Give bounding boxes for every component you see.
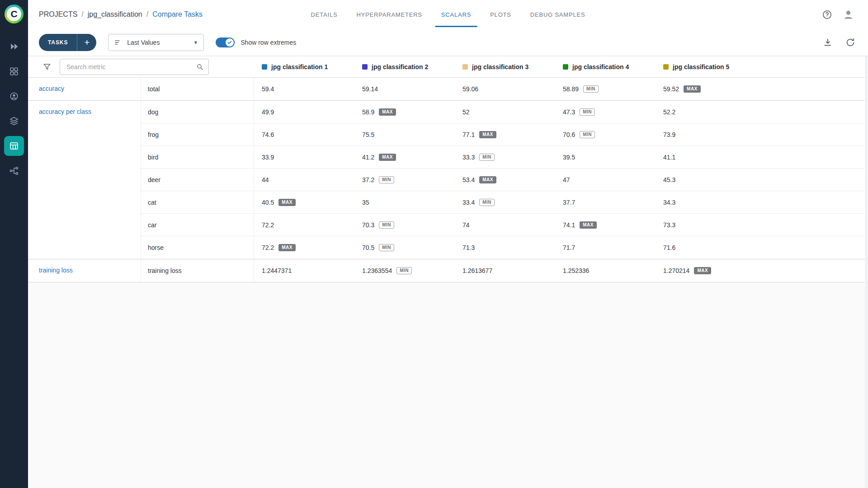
tab-hyperparameters[interactable]: HYPERPARAMETERS [347, 0, 431, 29]
toolbar: TASKS + Last Values ▼ Show row extremes [28, 29, 868, 56]
max-badge: MAX [278, 244, 296, 251]
breadcrumb-current[interactable]: Compare Tasks [152, 10, 203, 19]
clearml-logo[interactable]: C [5, 5, 24, 23]
metric-value: 71.3 [462, 244, 475, 251]
tab-plots[interactable]: PLOTS [481, 0, 521, 29]
value-cell: 71.3 [455, 236, 555, 259]
sidebar-item-getting-started[interactable] [4, 37, 24, 56]
value-cell: 49.9 [254, 101, 354, 123]
max-badge: MAX [379, 154, 396, 161]
min-badge: MIN [379, 221, 394, 229]
metric-value: 33.4 [462, 199, 475, 206]
variant-cell: dog [141, 101, 254, 123]
search-icon[interactable] [196, 63, 204, 71]
metric-value: 59.4 [262, 85, 274, 93]
value-cell: 53.4MAX [455, 169, 555, 191]
metric-value: 33.9 [262, 154, 274, 161]
task-column-header[interactable]: jpg classification 5 [656, 63, 868, 70]
breadcrumb-projects[interactable]: PROJECTS [39, 10, 77, 19]
chevron-down-icon: ▼ [193, 40, 198, 45]
values-mode-dropdown[interactable]: Last Values ▼ [108, 34, 204, 51]
min-badge: MIN [379, 176, 394, 183]
metric-link[interactable]: accuracy [39, 85, 64, 92]
metric-value: 44 [262, 176, 269, 183]
min-badge: MIN [396, 267, 412, 274]
task-column-label: jpg classification 2 [372, 63, 428, 70]
value-cell: 1.252336 [555, 259, 656, 282]
value-cell: 1.2613677 [455, 259, 555, 282]
table-row: training loss1.24473711.2363554MIN1.2613… [141, 259, 868, 282]
search-metric-input[interactable] [66, 63, 196, 71]
value-cell: 74.6 [254, 123, 354, 145]
metric-link[interactable]: training loss [39, 267, 73, 274]
tab-scalars[interactable]: SCALARS [432, 0, 481, 29]
metric-value: 71.7 [563, 244, 575, 251]
metric-value: 39.5 [563, 154, 575, 161]
metric-link[interactable]: accuracy per class [39, 108, 91, 115]
metric-value: 35 [362, 199, 369, 206]
table-row: cat40.5MAX3533.4MIN37.734.3 [141, 191, 868, 214]
refresh-icon[interactable] [845, 38, 855, 47]
breadcrumb-project[interactable]: jpg_classification [88, 10, 142, 19]
value-cell: 70.5MIN [354, 236, 455, 259]
tab-details[interactable]: DETAILS [302, 0, 347, 29]
sidebar-item-pipelines[interactable] [4, 161, 24, 181]
task-column-label: jpg classification 3 [472, 63, 528, 70]
metric-value: 58.9 [362, 108, 374, 116]
task-color-swatch [462, 64, 468, 70]
table-row: deer4437.2MIN53.4MAX4745.3 [141, 169, 868, 191]
search-cell [28, 59, 254, 75]
metric-value: 70.5 [362, 244, 374, 251]
help-icon[interactable] [822, 9, 832, 20]
table-row: dog49.958.9MAX5247.3MIN52.2 [141, 101, 868, 123]
value-cell: 47.3MIN [555, 101, 656, 123]
value-cell: 1.2363554MIN [354, 259, 455, 282]
min-badge: MIN [580, 108, 595, 116]
experiments-icon [9, 141, 19, 151]
filter-icon[interactable] [42, 62, 52, 71]
value-cell: 45.3 [656, 169, 868, 191]
show-row-extremes: Show row extremes [216, 38, 296, 47]
search-box [60, 59, 209, 75]
task-column-header[interactable]: jpg classification 1 [254, 63, 354, 70]
task-column-header[interactable]: jpg classification 2 [354, 63, 455, 70]
tab-debug-samples[interactable]: DEBUG SAMPLES [521, 0, 595, 29]
vertical-scrollbar[interactable] [865, 56, 868, 488]
user-avatar-icon[interactable] [842, 9, 854, 21]
tasks-button-label[interactable]: TASKS [39, 34, 77, 51]
table-row: car72.270.3MIN7474.1MAX73.3 [141, 214, 868, 236]
metric-value: 74 [462, 221, 470, 229]
sidebar-item-workers[interactable] [4, 86, 24, 106]
value-cell: 47 [555, 169, 656, 191]
download-icon[interactable] [823, 38, 833, 47]
sidebar-item-experiments[interactable] [4, 136, 24, 156]
variant-cell: horse [141, 236, 254, 259]
sidebar-item-dashboard[interactable] [4, 61, 24, 81]
value-cell: 74.1MAX [555, 214, 656, 236]
value-cell: 70.3MIN [354, 214, 455, 236]
metric-value: 72.2 [262, 244, 274, 251]
breadcrumb-separator: / [146, 10, 148, 19]
value-cell: 71.7 [555, 236, 656, 259]
sidebar-nav [4, 37, 24, 181]
value-cell: 77.1MAX [455, 123, 555, 145]
task-column-label: jpg classification 5 [673, 63, 729, 70]
variant-cell: training loss [141, 259, 254, 282]
task-column-header[interactable]: jpg classification 3 [455, 63, 555, 70]
add-task-button[interactable]: + [77, 34, 96, 51]
tabs: DETAILSHYPERPARAMETERSSCALARSPLOTSDEBUG … [302, 0, 595, 29]
metric-value: 59.06 [462, 85, 478, 93]
show-row-extremes-toggle[interactable] [216, 38, 235, 47]
header-actions [822, 9, 854, 21]
max-badge: MAX [580, 221, 597, 229]
max-badge: MAX [479, 131, 496, 138]
value-cell: 58.89MIN [555, 78, 656, 100]
value-cell: 73.3 [656, 214, 868, 236]
metric-value: 1.270214 [663, 267, 689, 274]
task-column-header[interactable]: jpg classification 4 [555, 63, 656, 70]
table-row: frog74.675.577.1MAX70.6MIN73.9 [141, 123, 868, 146]
value-cell: 44 [254, 169, 354, 191]
tasks-split-button[interactable]: TASKS + [39, 34, 96, 51]
sidebar-item-datasets[interactable] [4, 111, 24, 131]
metric-cell: accuracy per class [28, 101, 141, 259]
